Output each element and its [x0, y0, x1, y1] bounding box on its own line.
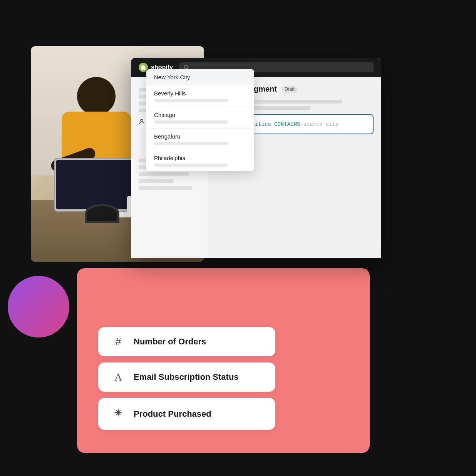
- feature-card-orders[interactable]: # Number of Orders: [98, 327, 275, 356]
- sparkle-icon: [111, 406, 126, 421]
- dropdown-item-4[interactable]: Philadelphia: [146, 150, 254, 171]
- dropdown-city-0: New York City: [154, 74, 246, 80]
- dropdown-city-3: Bengaluru: [154, 133, 246, 140]
- card-label-product: Product Purchased: [134, 409, 211, 419]
- dropdown-sub-1: [154, 99, 228, 102]
- feature-card-product[interactable]: Product Purchased: [98, 398, 275, 430]
- dropdown-item-0[interactable]: New York City: [146, 69, 254, 85]
- query-operator: CONTAINS: [274, 121, 300, 127]
- hash-icon: #: [111, 336, 126, 348]
- query-placeholder[interactable]: search city: [303, 121, 367, 127]
- svg-point-0: [184, 65, 188, 69]
- dropdown-sub-2: [154, 120, 228, 124]
- feature-card-email[interactable]: A Email Subscription Status: [98, 362, 275, 392]
- dropdown-sub-4: [154, 164, 228, 167]
- sidebar-skeleton-7: [139, 172, 189, 176]
- dropdown-item-3[interactable]: Bengaluru: [146, 129, 254, 150]
- laptop: [54, 158, 139, 212]
- scene: shopify: [0, 0, 476, 476]
- dropdown-city-1: Beverly Hills: [154, 90, 246, 97]
- letter-a-icon: A: [111, 371, 126, 383]
- draft-badge: Draft: [282, 86, 298, 93]
- dropdown-city-4: Philadelphia: [154, 155, 246, 161]
- customers-icon: [139, 119, 145, 126]
- card-label-orders: Number of Orders: [134, 337, 206, 347]
- svg-point-2: [141, 119, 143, 122]
- cards-area: # Number of Orders A Email Subscription …: [98, 327, 275, 430]
- dropdown-item-1[interactable]: Beverly Hills: [146, 85, 254, 107]
- laptop-screen: [56, 160, 136, 209]
- gradient-blob: [8, 276, 69, 337]
- dropdown-item-2[interactable]: Chicago: [146, 107, 254, 128]
- headphones: [85, 204, 119, 223]
- city-dropdown: New York City Beverly Hills Chicago Beng…: [146, 69, 254, 171]
- dropdown-city-2: Chicago: [154, 112, 246, 118]
- dropdown-sub-3: [154, 142, 228, 145]
- card-label-email: Email Subscription Status: [134, 372, 239, 382]
- person-head: [77, 77, 116, 115]
- sidebar-skeleton-9: [139, 186, 193, 190]
- sidebar-skeleton-8: [139, 179, 173, 183]
